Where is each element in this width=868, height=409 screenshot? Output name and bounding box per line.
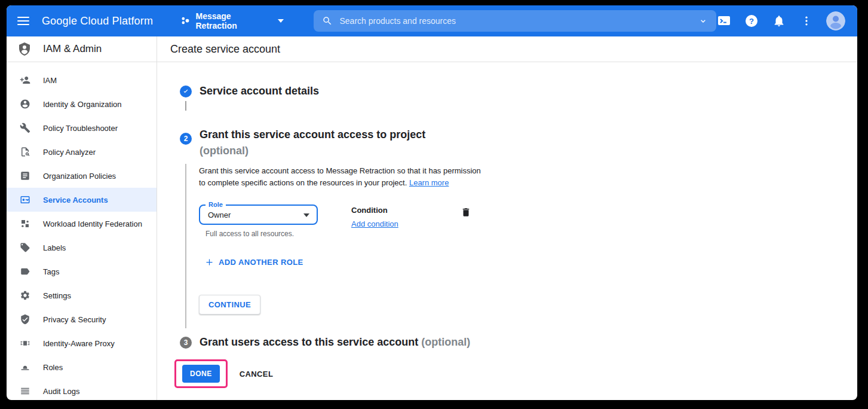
- add-another-role-label: ADD ANOTHER ROLE: [219, 258, 303, 267]
- sidebar-item-roles[interactable]: Roles: [7, 355, 157, 379]
- gear-icon: [20, 290, 30, 301]
- project-picker[interactable]: Message Retraction: [180, 11, 283, 30]
- notifications-bell-icon[interactable]: [771, 13, 787, 29]
- step2-number-badge: 2: [180, 133, 192, 145]
- step3-grant-users-access-header: 3 Grant users access to this service acc…: [180, 336, 857, 349]
- step2-grant-access-header: 2 Grant this service account access to p…: [180, 127, 857, 159]
- document-search-icon: [20, 146, 30, 157]
- wrench-icon: [20, 123, 30, 133]
- role-select-label: Role: [206, 201, 226, 208]
- sidebar-item-label: Roles: [43, 363, 63, 372]
- gcp-logo[interactable]: Google Cloud Platform: [42, 15, 153, 28]
- sidebar-item-label: IAM: [43, 76, 57, 85]
- sidebar-item-privacy-security[interactable]: Privacy & Security: [7, 307, 157, 331]
- page-title: Create service account: [170, 43, 280, 56]
- project-icon: [180, 16, 191, 26]
- done-button[interactable]: DONE: [182, 365, 220, 383]
- sidebar-item-labels[interactable]: Labels: [7, 236, 157, 260]
- plus-icon: [205, 258, 214, 267]
- sidebar-item-service-accounts[interactable]: Service Accounts: [7, 188, 157, 212]
- sidebar-item-iam[interactable]: IAM: [7, 68, 157, 92]
- sidebar-header: IAM & Admin: [7, 36, 157, 62]
- add-condition-link[interactable]: Add condition: [351, 219, 398, 228]
- step1-title: Service account details: [200, 85, 319, 97]
- step2-body: Grant this service account access to Mes…: [185, 164, 857, 328]
- chevron-down-icon: [278, 19, 284, 23]
- sidebar-item-label: Privacy & Security: [43, 315, 106, 324]
- sidebar-item-label: Organization Policies: [43, 172, 116, 181]
- step-connector: [185, 101, 186, 111]
- condition-column: Condition Add condition: [351, 204, 398, 229]
- form-actions: DONE CANCEL: [174, 359, 857, 388]
- iam-admin-shield-icon: [17, 42, 32, 56]
- gcp-console-window: Google Cloud Platform Message Retraction…: [7, 5, 857, 400]
- sidebar-item-workload-identity-federation[interactable]: Workload Identity Federation: [7, 212, 157, 236]
- step2-description-line2: to complete specific actions on the reso…: [199, 178, 407, 187]
- step3-number-badge: 3: [180, 337, 192, 349]
- sidebar-item-policy-analyzer[interactable]: Policy Analyzer: [7, 140, 157, 164]
- continue-button[interactable]: CONTINUE: [199, 295, 260, 315]
- sidebar: IAM & Admin IAM Identity & Organization …: [7, 36, 157, 400]
- sidebar-item-label: Settings: [43, 291, 71, 300]
- cloud-shell-icon[interactable]: [716, 13, 732, 29]
- sidebar-item-settings[interactable]: Settings: [7, 283, 157, 307]
- cancel-button[interactable]: CANCEL: [240, 370, 274, 379]
- dropdown-arrow-icon: [303, 213, 309, 217]
- search-bar[interactable]: [314, 10, 717, 32]
- top-navigation-bar: Google Cloud Platform Message Retraction…: [7, 5, 857, 36]
- learn-more-link[interactable]: Learn more: [409, 178, 449, 187]
- service-account-icon: [20, 194, 30, 205]
- search-input[interactable]: [340, 16, 699, 26]
- search-icon: [322, 16, 333, 26]
- help-icon[interactable]: ?: [744, 13, 759, 29]
- sidebar-item-tags[interactable]: Tags: [7, 260, 157, 283]
- role-helper-text: Full access to all resources.: [206, 230, 318, 238]
- sidebar-item-identity-organization[interactable]: Identity & Organization: [7, 92, 157, 116]
- sidebar-item-label: Identity & Organization: [43, 100, 122, 109]
- sidebar-item-policy-troubleshooter[interactable]: Policy Troubleshooter: [7, 116, 157, 140]
- main-panel: Create service account Service account d…: [157, 36, 857, 400]
- role-selected-value: Owner: [208, 210, 231, 219]
- sidebar-item-identity-aware-proxy[interactable]: Identity-Aware Proxy: [7, 331, 157, 355]
- role-select[interactable]: Role Owner: [199, 204, 318, 225]
- shield-check-icon: [20, 314, 30, 325]
- sidebar-title: IAM & Admin: [43, 43, 102, 55]
- add-another-role-button[interactable]: ADD ANOTHER ROLE: [205, 258, 303, 267]
- person-add-icon: [20, 75, 30, 86]
- page-titlebar: Create service account: [157, 36, 857, 62]
- proxy-icon: [20, 338, 30, 349]
- step2-optional-label: (optional): [200, 142, 425, 159]
- hamburger-menu-icon[interactable]: [15, 10, 36, 32]
- step3-optional-label: (optional): [421, 336, 470, 348]
- avatar[interactable]: [826, 11, 845, 30]
- step1-service-account-details: Service account details: [180, 85, 857, 97]
- step2-description: Grant this service account access to Mes…: [199, 165, 857, 189]
- delete-role-trash-icon[interactable]: [461, 207, 473, 219]
- roles-hat-icon: [20, 362, 30, 373]
- step3-title-text: Grant users access to this service accou…: [200, 336, 418, 348]
- account-circle-icon: [20, 99, 30, 109]
- sidebar-item-audit-logs[interactable]: Audit Logs: [7, 379, 157, 400]
- svg-text:?: ?: [749, 17, 754, 26]
- document-icon: [20, 170, 30, 181]
- step2-title: Grant this service account access to pro…: [200, 127, 425, 142]
- workload-federation-icon: [20, 218, 30, 229]
- sidebar-item-label: Policy Analyzer: [43, 148, 96, 157]
- step3-title: Grant users access to this service accou…: [200, 336, 470, 349]
- sidebar-item-organization-policies[interactable]: Organization Policies: [7, 164, 157, 188]
- step2-description-line1: Grant this service account access to Mes…: [199, 166, 481, 175]
- kebab-menu-icon[interactable]: [799, 13, 814, 29]
- label-icon: [20, 242, 30, 253]
- sidebar-item-label: Audit Logs: [43, 387, 79, 396]
- sidebar-item-label: Tags: [43, 267, 59, 276]
- audit-logs-icon: [20, 386, 30, 396]
- sidebar-item-label: Labels: [43, 243, 66, 252]
- project-name: Message Retraction: [196, 11, 272, 30]
- sidebar-item-label: Policy Troubleshooter: [43, 124, 118, 133]
- sidebar-nav: IAM Identity & Organization Policy Troub…: [7, 62, 157, 400]
- role-row: Role Owner Full access to all resources.…: [199, 204, 857, 238]
- search-expand-chevron-icon[interactable]: [698, 16, 708, 26]
- annotation-highlight-box: DONE: [174, 359, 228, 388]
- sidebar-item-label: Service Accounts: [43, 196, 108, 204]
- sidebar-item-label: Identity-Aware Proxy: [43, 339, 115, 348]
